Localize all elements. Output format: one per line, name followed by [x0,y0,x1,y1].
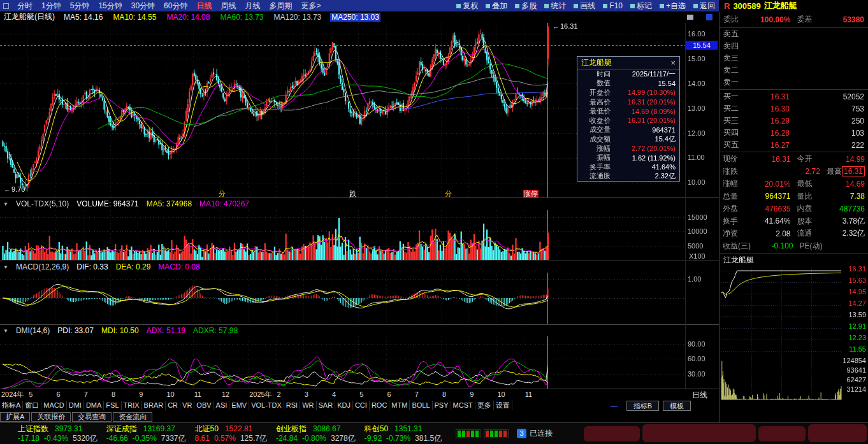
dmi-chart[interactable] [0,336,719,389]
indicator-tab[interactable]: MTM [389,401,410,410]
popup-data-row: 换手率41.64% [577,162,679,172]
connection-count-badge[interactable]: 3 [517,429,526,438]
indicator-tab[interactable]: 指标A [0,401,23,410]
vol-header: ▼ VOL-TDX(5,10)VOLUME: 964371MA5: 374968… [0,199,685,209]
volume-axis-label: 10000 [685,227,719,241]
indicator-tab[interactable]: 窗口 [23,401,41,410]
macd-chart[interactable] [0,273,719,324]
tool-button[interactable]: +自选 [656,1,690,11]
index-quote[interactable]: 深证成指13169.37 -46.66-0.35%7337亿 [106,424,186,443]
indicator-tab[interactable]: 设置 [494,401,512,410]
indicator-group-tab[interactable]: 指标B [626,401,659,411]
period-tab[interactable]: 月线 [240,1,264,11]
indicator-tab[interactable]: TRIX [122,401,142,410]
panel-switch-icon[interactable] [706,14,712,20]
tool-button[interactable]: 统计 [540,1,570,11]
indicator-tab[interactable]: WR [300,401,316,410]
index-quote[interactable]: 北证501522.81 8.610.57%125.7亿 [195,424,267,443]
close-icon[interactable]: × [670,58,676,68]
extension-tab[interactable]: 扩展A [0,412,30,422]
period-tab[interactable]: 分时 [13,1,37,11]
popup-title-bar[interactable]: 江龙船艇 × [577,57,679,69]
collapse-arrow-icon[interactable]: ▼ [3,328,8,334]
tool-button[interactable]: 多股 [511,1,540,11]
tool-button[interactable]: F10 [599,1,626,10]
indicator-tab[interactable]: RSI [284,401,300,410]
tool-button[interactable]: 画线 [570,1,599,11]
period-tab[interactable]: 30分钟 [127,1,159,11]
tool-icon [693,4,698,8]
indicator-tab[interactable]: BRAR [142,401,166,410]
indicator-group-tab[interactable]: 模板 [663,401,691,411]
ask-row[interactable]: 卖二 [720,64,868,76]
ask-row[interactable]: 卖一 [720,76,868,89]
period-tab[interactable]: 60分钟 [159,1,192,11]
period-tab[interactable]: 周线 [216,1,240,11]
quote-info-row: 现价16.31今开14.99 [720,153,868,166]
ask-row[interactable]: 卖四 [720,40,868,52]
collapse-panel-button[interactable]: — [611,402,618,410]
indicator-tab[interactable]: EMV [229,401,249,410]
indicator-tab[interactable]: VOL-TDX [249,401,284,410]
indicator-tab[interactable]: MACD [41,401,66,410]
indicator-tab[interactable]: KDJ [335,401,353,410]
server-bar [490,431,493,437]
tool-button[interactable]: 复权 [452,1,482,11]
bid-row[interactable]: 买二16.30753 [720,103,868,115]
extension-tab[interactable]: 资金流向 [113,412,152,422]
indicator-tab[interactable]: SAR [317,401,336,410]
ask-row[interactable]: 卖五 [720,28,868,40]
collapse-arrow-icon[interactable]: ▼ [3,201,8,207]
main-price-axis: 16.0015.0014.0013.0012.0011.0010.00 [685,30,719,203]
volume-chart[interactable] [0,210,719,260]
period-tab[interactable]: 5分钟 [66,1,94,11]
redacted-region [808,424,867,442]
month-label: 2025年 [248,390,275,399]
indicator-readout: MDI: 10.50 [101,326,139,335]
collapse-arrow-icon[interactable]: ▼ [3,264,8,270]
bid-row[interactable]: 买四16.28103 [720,127,868,139]
period-tab[interactable]: 日线 [192,1,216,11]
indicator-tab[interactable]: ASI [214,401,230,410]
bid-row[interactable]: 买五16.27222 [720,139,868,151]
indicator-tab[interactable]: CCI [353,401,370,410]
period-tab[interactable]: 1分钟 [37,1,66,11]
indicator-tab[interactable]: FSL [104,401,121,410]
index-quote[interactable]: 上证指数3973.31 -17.18-0.43%5320亿 [18,424,98,443]
bid-row[interactable]: 买一16.3152052 [720,90,868,103]
indicator-readout: MACD(12,26,9) [16,262,69,271]
tool-button[interactable]: 返回 [690,1,719,11]
index-quote[interactable]: 科创501351.31 -9.92-0.73%381.5亿 [365,424,442,443]
popup-data-row: 最低价14.69 (8.09%) [577,106,679,116]
weibi-label: 委比 [723,14,739,25]
tool-button[interactable]: 叠加 [482,1,511,11]
indicator-tab[interactable]: DMA [84,401,104,410]
indicator-tab[interactable]: ROC [370,401,389,410]
indicator-tab[interactable]: 更多 [475,401,494,410]
ask-row[interactable]: 卖三 [720,52,868,64]
panel-divider [0,197,719,198]
month-label: 11 [524,390,551,398]
indicator-tab[interactable]: VR [180,401,194,410]
indicator-tab[interactable]: OBV [194,401,213,410]
index-quote[interactable]: 创业板指3086.67 -24.84-0.80%3278亿 [276,424,356,443]
axis-period-label[interactable]: 日线 [692,390,707,401]
indicator-tab[interactable]: DMI [67,401,84,410]
period-tab[interactable]: 更多> [296,1,325,11]
tool-icon [660,4,664,8]
month-label: 6 [386,390,414,398]
indicator-tab[interactable]: BOLL [410,401,432,410]
camera-icon[interactable] [687,15,693,20]
panel-divider [0,261,719,261]
indicator-tab[interactable]: CR [166,401,180,410]
app-grid-icon[interactable] [3,3,9,9]
extension-tab[interactable]: 关联报价 [31,412,71,422]
extension-tab[interactable]: 交易查询 [72,412,112,422]
period-tab[interactable]: 15分钟 [94,1,126,11]
bid-row[interactable]: 买三16.29250 [720,115,868,127]
tool-button[interactable]: 标记 [626,1,656,11]
period-tab[interactable]: 多周期 [264,1,296,11]
indicator-tab[interactable]: PSY [433,401,451,410]
intraday-mini-chart[interactable] [720,264,844,420]
indicator-tab[interactable]: MCST [451,401,475,410]
